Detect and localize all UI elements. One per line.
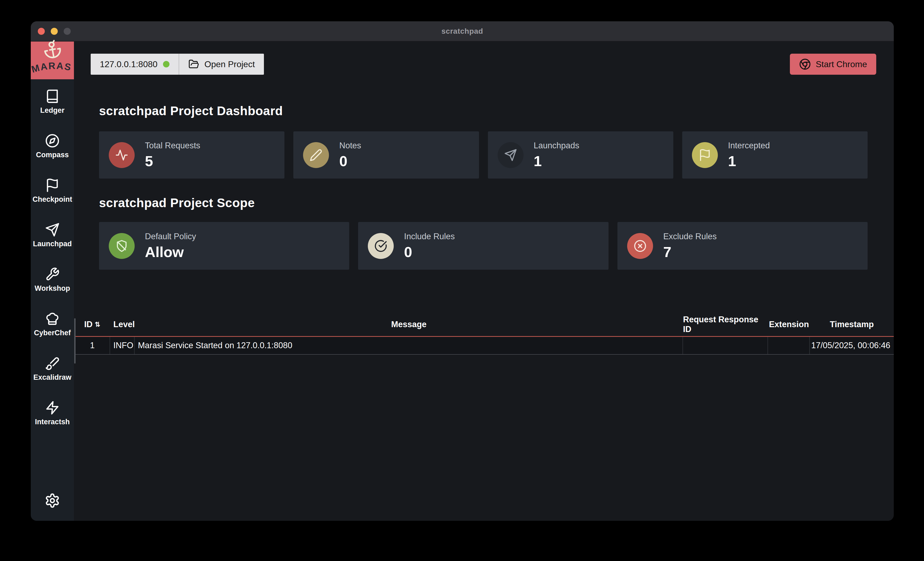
sidebar-item-compass[interactable]: Compass bbox=[31, 133, 74, 159]
scope-label: Exclude Rules bbox=[663, 232, 717, 241]
column-header-level[interactable]: Level bbox=[110, 320, 135, 329]
wrench-icon bbox=[45, 267, 60, 281]
scope-card-default-policy: Default Policy Allow bbox=[99, 222, 349, 270]
log-cell-message: Marasi Service Started on 127.0.0.1:8080 bbox=[135, 337, 683, 354]
stat-card-notes: Notes 0 bbox=[293, 131, 479, 178]
log-cell-extension bbox=[768, 337, 810, 354]
sidebar-item-launchpad[interactable]: Launchpad bbox=[31, 223, 74, 248]
start-chrome-label: Start Chrome bbox=[816, 59, 867, 69]
log-cell-request-response-id bbox=[683, 337, 768, 354]
top-toolbar: 127.0.0.1:8080 Open Project bbox=[91, 54, 876, 75]
x-circle-icon bbox=[627, 233, 653, 259]
log-cell-timestamp: 17/05/2025, 00:06:46 bbox=[810, 337, 894, 354]
column-header-id[interactable]: ID ⇅ bbox=[75, 320, 110, 329]
scope-value: Allow bbox=[145, 244, 196, 260]
scope-title: scratchpad Project Scope bbox=[99, 196, 894, 210]
sort-icon: ⇅ bbox=[95, 321, 100, 328]
stat-value: 0 bbox=[339, 153, 361, 169]
settings-button[interactable] bbox=[45, 493, 60, 509]
chef-hat-icon bbox=[45, 311, 60, 326]
proxy-status-dot bbox=[163, 61, 170, 67]
send-icon bbox=[45, 223, 60, 237]
log-cell-id: 1 bbox=[75, 337, 110, 354]
stat-label: Launchpads bbox=[534, 141, 579, 151]
stat-cards-row: Total Requests 5 Notes 0 bbox=[99, 131, 868, 178]
log-table-header: ID ⇅ Level Message Request Response ID E… bbox=[75, 313, 894, 336]
pencil-icon bbox=[303, 142, 329, 168]
stat-value: 1 bbox=[728, 153, 770, 169]
open-project-label: Open Project bbox=[204, 59, 255, 69]
sidebar-item-ledger[interactable]: Ledger bbox=[31, 89, 74, 115]
scope-label: Include Rules bbox=[404, 232, 455, 241]
column-header-message[interactable]: Message bbox=[135, 320, 683, 329]
marasi-logo[interactable]: MARASI bbox=[31, 42, 74, 79]
sidebar-item-checkpoint[interactable]: Checkpoint bbox=[31, 178, 74, 203]
scope-card-include-rules: Include Rules 0 bbox=[358, 222, 608, 270]
sidebar-item-interactsh[interactable]: Interactsh bbox=[31, 401, 74, 426]
stat-card-launchpads: Launchpads 1 bbox=[488, 131, 673, 178]
shield-off-icon bbox=[109, 233, 135, 259]
scope-cards-row: Default Policy Allow Include Rules 0 bbox=[99, 222, 868, 270]
scope-label: Default Policy bbox=[145, 232, 196, 241]
activity-icon bbox=[109, 142, 135, 168]
scope-card-exclude-rules: Exclude Rules 7 bbox=[618, 222, 868, 270]
log-table-row[interactable]: 1 INFO Marasi Service Started on 127.0.0… bbox=[75, 336, 894, 355]
app-window: scratchpad bbox=[31, 21, 894, 521]
column-header-request-response-id[interactable]: Request Response ID bbox=[683, 315, 768, 334]
book-icon bbox=[45, 89, 60, 103]
desktop-background: scratchpad bbox=[0, 0, 924, 561]
stat-label: Notes bbox=[339, 141, 361, 151]
log-table: ID ⇅ Level Message Request Response ID E… bbox=[75, 313, 894, 355]
stat-value: 1 bbox=[534, 153, 579, 169]
sidebar-item-workshop[interactable]: Workshop bbox=[31, 267, 74, 293]
open-project-button[interactable]: Open Project bbox=[179, 54, 264, 75]
sidebar-item-cyberchef[interactable]: CyberChef bbox=[31, 311, 74, 337]
sidebar-item-excalidraw[interactable]: Excalidraw bbox=[31, 356, 74, 381]
stat-card-total-requests: Total Requests 5 bbox=[99, 131, 284, 178]
proxy-address-display[interactable]: 127.0.0.1:8080 bbox=[91, 54, 178, 75]
brush-icon bbox=[45, 356, 60, 371]
anchor-icon bbox=[42, 39, 63, 60]
scrollbar-thumb[interactable] bbox=[74, 318, 75, 364]
window-title: scratchpad bbox=[31, 27, 894, 36]
check-circle-icon bbox=[368, 233, 394, 259]
main-content: 127.0.0.1:8080 Open Project bbox=[74, 42, 894, 521]
stat-label: Total Requests bbox=[145, 141, 200, 151]
zap-icon bbox=[45, 401, 60, 415]
flag-icon bbox=[45, 178, 60, 193]
flag-icon bbox=[692, 142, 718, 168]
svg-text:MARASI: MARASI bbox=[31, 56, 73, 75]
stat-label: Intercepted bbox=[728, 141, 770, 151]
chrome-icon bbox=[799, 58, 811, 70]
stat-card-intercepted: Intercepted 1 bbox=[682, 131, 868, 178]
column-header-extension[interactable]: Extension bbox=[768, 320, 810, 329]
folder-open-icon bbox=[188, 59, 199, 70]
scope-value: 7 bbox=[663, 244, 717, 260]
stat-value: 5 bbox=[145, 153, 200, 169]
column-header-timestamp[interactable]: Timestamp bbox=[810, 320, 894, 329]
logo-wordmark: MARASI bbox=[31, 56, 74, 79]
sidebar: MARASI Ledger bbox=[31, 42, 74, 521]
send-icon bbox=[498, 142, 524, 168]
gear-icon bbox=[45, 493, 60, 509]
sidebar-nav: Ledger Compass bbox=[31, 89, 74, 426]
scope-value: 0 bbox=[404, 244, 455, 260]
start-chrome-button[interactable]: Start Chrome bbox=[790, 54, 876, 75]
dashboard-title: scratchpad Project Dashboard bbox=[99, 103, 894, 118]
compass-icon bbox=[45, 133, 60, 148]
log-cell-level: INFO bbox=[110, 337, 135, 354]
proxy-control-group: 127.0.0.1:8080 Open Project bbox=[91, 54, 264, 75]
window-body: MARASI Ledger bbox=[31, 42, 894, 521]
window-titlebar[interactable]: scratchpad bbox=[31, 21, 894, 42]
proxy-address: 127.0.0.1:8080 bbox=[100, 59, 158, 69]
